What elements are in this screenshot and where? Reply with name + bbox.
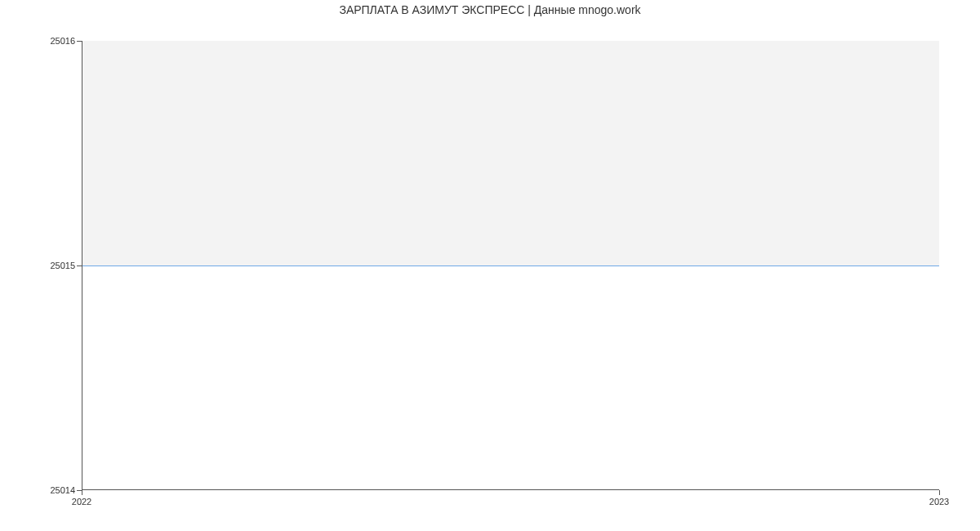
x-tick [939, 490, 940, 495]
x-tick-label: 2023 [929, 497, 949, 506]
series-line [82, 266, 939, 266]
plot-upper-band [82, 41, 939, 266]
chart-title: ЗАРПЛАТА В АЗИМУТ ЭКСПРЕСС | Данные mnog… [0, 3, 980, 16]
y-tick-label: 25014 [50, 485, 75, 495]
y-tick-label: 25015 [50, 261, 75, 270]
x-tick-label: 2022 [72, 497, 91, 506]
y-tick [77, 41, 82, 42]
x-tick [82, 490, 82, 495]
y-tick [77, 266, 82, 266]
plot-area [82, 41, 939, 490]
y-tick-label: 25016 [50, 36, 75, 46]
salary-chart: ЗАРПЛАТА В АЗИМУТ ЭКСПРЕСС | Данные mnog… [0, 0, 980, 531]
